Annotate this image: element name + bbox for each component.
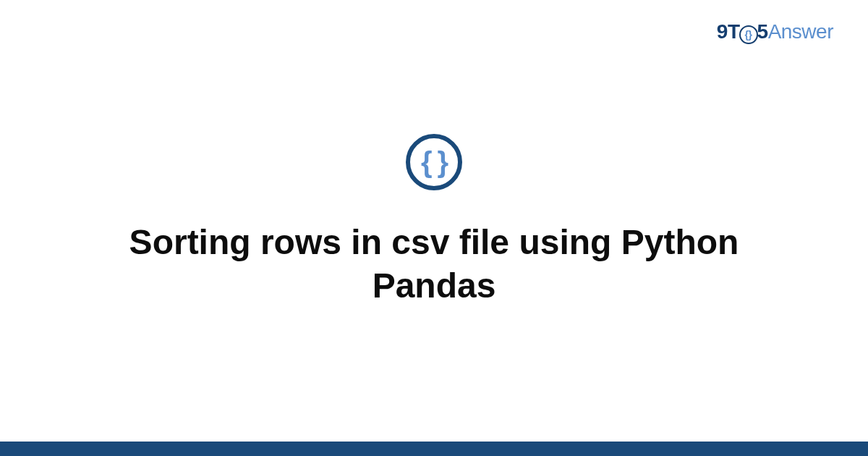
footer-bar — [0, 442, 868, 456]
code-badge-icon: { } — [406, 134, 462, 190]
page-title: Sorting rows in csv file using Python Pa… — [109, 221, 760, 308]
braces-icon: { } — [421, 146, 447, 179]
main-content: { } Sorting rows in csv file using Pytho… — [0, 0, 868, 442]
